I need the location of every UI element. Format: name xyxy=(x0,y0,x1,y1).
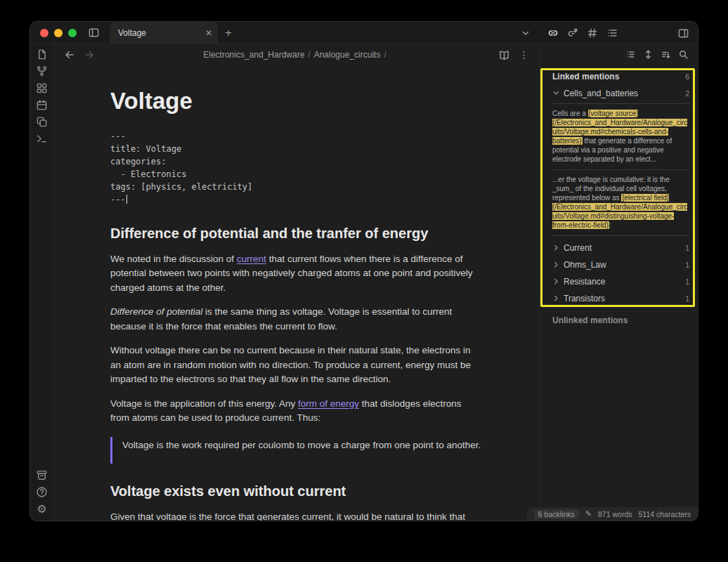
close-window-button[interactable] xyxy=(40,29,48,37)
chevron-right-icon xyxy=(552,244,560,251)
reading-view-icon[interactable] xyxy=(498,49,510,61)
tab-title: Voltage xyxy=(118,28,146,38)
more-options-icon[interactable] xyxy=(519,50,529,60)
paragraph: Without voltage there can be no current … xyxy=(110,344,483,387)
settings-icon[interactable]: ⚙ xyxy=(37,503,46,515)
backlink-snippet[interactable]: Cells are a [voltage source](/Electronic… xyxy=(552,103,689,170)
tags-pane-tab-icon[interactable] xyxy=(587,27,598,39)
editor-header: Electronics_and_Hardware/Analogue_circui… xyxy=(54,44,539,65)
tab-close-icon[interactable]: ✕ xyxy=(205,28,212,38)
linked-mentions-header[interactable]: Linked mentions 6 xyxy=(552,70,689,84)
word-count: 871 words xyxy=(598,510,632,518)
backlink-count-status[interactable]: 6 backlinks xyxy=(534,509,579,519)
backlink-group[interactable]: Current 1 xyxy=(552,240,689,255)
note-scroll-area[interactable]: Voltage --- title: Voltage categories: -… xyxy=(54,65,539,521)
pencil-icon: ✎ xyxy=(585,509,592,518)
backlink-snippets: Cells are a [voltage source](/Electronic… xyxy=(552,103,689,236)
app-body: ⚙ Electronics_and_Hardware/Analogue_circ… xyxy=(30,44,698,521)
tab-list-dropdown-icon[interactable] xyxy=(521,28,531,38)
show-context-icon[interactable] xyxy=(644,50,653,59)
frontmatter-line: --- xyxy=(110,130,483,143)
frontmatter[interactable]: --- title: Voltage categories: - Electro… xyxy=(110,130,483,206)
unlinked-mentions-header[interactable]: Unlinked mentions xyxy=(552,315,689,325)
graph-view-icon[interactable] xyxy=(36,65,48,77)
inline-link[interactable]: current xyxy=(237,254,266,264)
left-sidebar-toggle-icon[interactable] xyxy=(88,27,100,39)
outline-pane-tab-icon[interactable] xyxy=(606,27,618,39)
frontmatter-line: categories: xyxy=(110,155,483,168)
left-ribbon: ⚙ xyxy=(30,44,54,521)
section-heading: Difference of potential and the tranfer … xyxy=(110,223,483,244)
backlinks-pane-controls xyxy=(540,44,698,64)
sort-order-icon[interactable] xyxy=(661,50,670,59)
collapse-results-icon[interactable] xyxy=(626,50,635,59)
paragraph: Given that voltage is the force that gen… xyxy=(110,510,483,521)
quote-text: Voltage is the work required per coulomb… xyxy=(122,438,483,453)
chevron-right-icon xyxy=(552,261,560,268)
breadcrumb: Electronics_and_Hardware/Analogue_circui… xyxy=(54,50,539,60)
linked-mentions-count: 6 xyxy=(685,72,689,81)
text-cursor xyxy=(126,195,127,204)
outgoing-links-pane-tab-icon[interactable] xyxy=(567,27,578,39)
backlink-snippet[interactable]: ...er the voltage is cumulative: it is t… xyxy=(552,170,689,236)
new-tab-icon[interactable]: + xyxy=(225,27,232,39)
daily-note-icon[interactable] xyxy=(36,99,48,111)
forward-arrow-icon[interactable] xyxy=(84,49,95,60)
section-heading: Voltage exists even without current xyxy=(110,481,483,502)
chevron-down-icon xyxy=(552,89,560,97)
search-icon[interactable] xyxy=(679,50,688,59)
backlinks-list: Linked mentions 6 Cells_and_batteries 2 … xyxy=(540,64,698,521)
help-icon[interactable] xyxy=(36,486,48,498)
note-content[interactable]: Voltage --- title: Voltage categories: -… xyxy=(110,65,483,521)
note-title: Voltage xyxy=(110,84,483,119)
back-arrow-icon[interactable] xyxy=(64,49,75,60)
canvas-icon[interactable] xyxy=(36,82,48,94)
traffic-lights xyxy=(40,29,77,37)
inline-link[interactable]: form of energy xyxy=(298,398,359,409)
status-bar: 6 backlinks ✎ 871 words 5114 characters xyxy=(527,507,698,521)
create-note-icon[interactable] xyxy=(36,48,48,60)
zoom-window-button[interactable] xyxy=(68,29,77,37)
chevron-right-icon xyxy=(552,277,560,285)
frontmatter-line: tags: [physics, electricity] xyxy=(110,181,483,193)
backlinks-panel: Linked mentions 6 Cells_and_batteries 2 … xyxy=(539,44,698,521)
backlink-group[interactable]: Transistors 1 xyxy=(552,291,689,306)
backlinks-pane-tab-icon[interactable] xyxy=(547,27,559,39)
breadcrumb-item[interactable]: Electronics_and_Hardware xyxy=(203,50,304,60)
frontmatter-line: - Electronics xyxy=(110,168,483,181)
backlink-group[interactable]: Cells_and_batteries 2 xyxy=(552,86,689,100)
backlink-group[interactable]: Resistance 1 xyxy=(552,274,689,289)
chevron-right-icon xyxy=(552,294,560,302)
blockquote: Voltage is the work required per coulomb… xyxy=(110,437,483,464)
vault-switcher-icon[interactable] xyxy=(36,469,48,481)
templates-icon[interactable] xyxy=(36,116,48,128)
char-count: 5114 characters xyxy=(638,510,691,518)
frontmatter-line: title: Voltage xyxy=(110,143,483,155)
minimize-window-button[interactable] xyxy=(54,29,63,37)
breadcrumb-item[interactable]: Analogue_circuits xyxy=(314,50,381,60)
titlebar: Voltage ✕ + xyxy=(30,22,698,44)
right-sidebar-pane-tabs xyxy=(547,27,618,39)
paragraph: We noted in the discussion of current th… xyxy=(110,252,483,296)
frontmatter-line: --- xyxy=(110,193,483,206)
obsidian-window: Voltage ✕ + xyxy=(30,21,698,521)
paragraph: Voltage is the application of this energ… xyxy=(110,397,483,426)
tab-voltage[interactable]: Voltage ✕ xyxy=(110,22,218,44)
right-sidebar-toggle-icon[interactable] xyxy=(677,27,689,39)
backlink-group[interactable]: Ohms_Law 1 xyxy=(552,257,689,272)
editor-pane: Electronics_and_Hardware/Analogue_circui… xyxy=(54,44,539,521)
paragraph: Difference of potential is the same thin… xyxy=(110,305,483,334)
command-palette-icon[interactable] xyxy=(36,133,48,145)
